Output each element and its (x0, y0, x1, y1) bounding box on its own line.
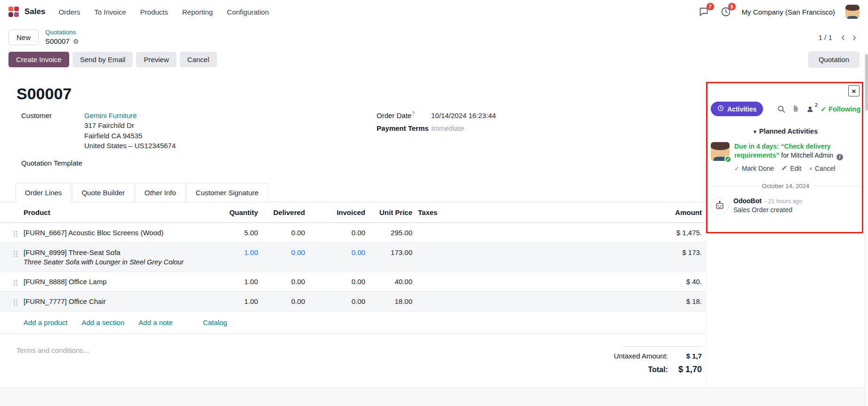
tab-order-lines[interactable]: Order Lines (16, 183, 71, 202)
scrollbar[interactable] (864, 53, 868, 406)
col-header-quantity: Quantity (218, 202, 261, 223)
order-line-row[interactable]: [FURN_7777] Office Chair 1.00 0.00 0.00 … (0, 292, 706, 311)
quantity-cell[interactable]: 1.00 (218, 292, 261, 311)
messages-icon[interactable]: 7 (699, 6, 710, 17)
menu-to-invoice[interactable]: To Invoice (94, 8, 126, 16)
gear-icon[interactable]: ⚙ (73, 37, 79, 46)
add-a-product-link[interactable]: Add a product (24, 318, 67, 326)
activity-due: Due in 4 days: (734, 143, 779, 150)
delivered-cell[interactable]: 0.00 (261, 292, 308, 311)
odoobot-avatar[interactable] (711, 197, 729, 215)
terms-and-conditions-input[interactable]: Terms and conditions... (16, 346, 89, 379)
customer-label: Customer (21, 111, 84, 151)
message-author[interactable]: OdooBot (733, 197, 762, 205)
pager-next-button[interactable]: › (849, 32, 860, 43)
taxes-cell[interactable] (415, 223, 486, 234)
product-cell[interactable]: [FURN_7777] Office Chair (24, 292, 218, 311)
followers-icon[interactable]: 2 (806, 105, 814, 113)
breadcrumb-quotations[interactable]: Quotations (45, 28, 79, 37)
edit-activity-button[interactable]: Edit (781, 165, 801, 172)
order-line-row[interactable]: [FURN_6667] Acoustic Bloc Screens (Wood)… (0, 223, 706, 243)
menu-configuration[interactable]: Configuration (227, 8, 269, 16)
menu-orders[interactable]: Orders (58, 8, 80, 16)
planned-activities-header[interactable]: ▾Planned Activities (711, 127, 860, 135)
catalog-link[interactable]: Catalog (203, 318, 227, 326)
unit-price-cell[interactable]: 40.00 (368, 272, 415, 291)
order-line-row[interactable]: [FURN_8888] Office Lamp 1.00 0.00 0.00 4… (0, 272, 706, 292)
invoiced-cell[interactable]: 0.00 (308, 243, 368, 262)
company-switcher[interactable]: My Company (San Francisco) (742, 8, 835, 16)
order-date-value[interactable]: 10/14/2024 16:23:44 (431, 111, 496, 120)
message-time: - 21 hours ago (764, 198, 803, 205)
drag-handle-icon[interactable] (13, 299, 18, 306)
taxes-cell[interactable] (415, 272, 486, 283)
status-quotation[interactable]: Quotation (808, 51, 860, 68)
cancel-button[interactable]: Cancel (180, 52, 217, 67)
col-header-amount: Amount (486, 202, 706, 223)
check-icon: ✓ (820, 105, 826, 113)
order-line-row[interactable]: [FURN_8999] Three-Seat Sofa Three Seater… (0, 243, 706, 272)
close-icon: × (809, 165, 813, 172)
paperclip-icon[interactable] (792, 105, 800, 113)
chatter-activities-button[interactable]: Activities (711, 102, 763, 116)
invoiced-cell[interactable]: 0.00 (308, 223, 368, 242)
check-icon: ✓ (734, 165, 739, 172)
pager-prev-button[interactable]: ‹ (838, 32, 848, 43)
following-button[interactable]: ✓ Following (820, 105, 860, 113)
tab-customer-signature[interactable]: Customer Signature (186, 183, 268, 202)
apps-menu-icon[interactable] (8, 7, 19, 17)
unit-price-cell[interactable]: 295.00 (368, 223, 415, 242)
customer-link[interactable]: Gemini Furniture (84, 111, 137, 119)
user-avatar[interactable] (845, 5, 860, 19)
preview-button[interactable]: Preview (136, 52, 176, 67)
menu-products[interactable]: Products (140, 8, 168, 16)
taxes-cell[interactable] (415, 292, 486, 303)
mark-done-button[interactable]: ✓ Mark Done (734, 165, 774, 172)
help-icon: ? (412, 111, 415, 116)
quantity-cell[interactable]: 1.00 (218, 243, 261, 262)
product-cell[interactable]: [FURN_8999] Three-Seat Sofa Three Seater… (24, 243, 218, 271)
field-grid: Customer Gemini Furniture 317 Fairchild … (21, 111, 706, 171)
form-sheet: S00007 Customer Gemini Furniture 317 Fai… (0, 74, 706, 387)
app-name-sales[interactable]: Sales (24, 7, 45, 16)
add-a-section-link[interactable]: Add a section (81, 318, 124, 326)
quantity-cell[interactable]: 1.00 (218, 272, 261, 291)
tab-other-info[interactable]: Other Info (135, 183, 185, 202)
amount-cell: $ 1,475. (486, 223, 706, 242)
product-cell[interactable]: [FURN_6667] Acoustic Bloc Screens (Wood) (24, 223, 218, 242)
invoiced-cell[interactable]: 0.00 (308, 292, 368, 311)
new-button[interactable]: New (8, 30, 39, 45)
messages-badge: 7 (707, 3, 714, 10)
drag-handle-icon[interactable] (13, 279, 18, 287)
chatter-panel: Activities 2 ✓ Following (706, 74, 868, 387)
delivered-cell[interactable]: 0.00 (261, 272, 308, 291)
taxes-cell[interactable] (415, 243, 486, 254)
activities-clock-icon[interactable]: 5 (720, 6, 731, 17)
tab-quote-builder[interactable]: Quote Builder (72, 183, 134, 202)
drag-handle-icon[interactable] (13, 231, 18, 238)
create-invoice-button[interactable]: Create Invoice (8, 52, 69, 67)
delivered-cell[interactable]: 0.00 (261, 243, 308, 262)
delivered-cell[interactable]: 0.00 (261, 223, 308, 242)
quantity-cell[interactable]: 5.00 (218, 223, 261, 242)
product-cell[interactable]: [FURN_8888] Office Lamp (24, 272, 218, 291)
col-header-taxes: Taxes (415, 202, 486, 223)
col-header-unit-price: Unit Price (368, 202, 415, 223)
add-a-note-link[interactable]: Add a note (138, 318, 173, 326)
payment-terms-value[interactable]: Immediate (431, 123, 464, 133)
totals-area: Terms and conditions... Untaxed Amount: … (16, 346, 706, 379)
invoiced-cell[interactable]: 0.00 (308, 272, 368, 291)
search-icon[interactable] (777, 105, 786, 113)
unit-price-cell[interactable]: 173.00 (368, 243, 415, 262)
annotation-close-button[interactable]: × (848, 85, 860, 96)
info-icon[interactable]: i (836, 154, 843, 160)
breadcrumb: Quotations S00007 ⚙ (45, 28, 79, 46)
record-title: S00007 (16, 85, 706, 103)
menu-reporting[interactable]: Reporting (182, 8, 213, 16)
scrollbar-thumb[interactable] (865, 54, 868, 111)
cancel-activity-button[interactable]: × Cancel (809, 165, 836, 172)
breadcrumb-current: S00007 (45, 37, 70, 46)
drag-handle-icon[interactable] (13, 250, 18, 257)
send-by-email-button[interactable]: Send by Email (72, 52, 133, 67)
unit-price-cell[interactable]: 18.00 (368, 292, 415, 311)
